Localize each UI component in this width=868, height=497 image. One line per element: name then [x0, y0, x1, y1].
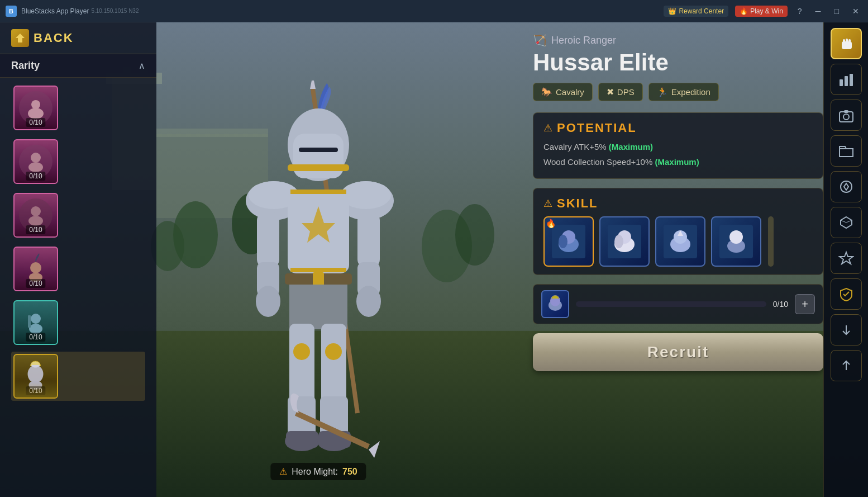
svg-rect-77 — [843, 39, 845, 44]
svg-point-14 — [31, 100, 40, 109]
svg-point-23 — [29, 324, 42, 334]
hero-character-area: ⚠ Hero Might: 750 — [156, 22, 480, 497]
svg-rect-80 — [840, 79, 843, 86]
hero-list: 0/10 0/10 0/10 — [0, 78, 156, 406]
potential-section: ⚠ POTENTIAL Cavalry ATK+5% (Maximum) Woo… — [533, 112, 823, 179]
list-item[interactable]: 0/10 — [11, 137, 145, 186]
expedition-icon: 🏃 — [657, 87, 668, 97]
back-icon — [11, 29, 29, 47]
svg-rect-51 — [321, 324, 346, 408]
skill-scroll — [768, 216, 774, 267]
svg-marker-28 — [310, 81, 316, 89]
svg-rect-81 — [845, 76, 848, 86]
reward-center-btn[interactable]: 👑 Reward Center — [664, 6, 728, 17]
skill-header: ⚠ SKILL — [543, 196, 813, 211]
add-button[interactable]: + — [795, 294, 815, 314]
progress-hero-icon — [541, 290, 569, 318]
rarity-filter[interactable]: Rarity ∧ — [0, 54, 156, 78]
tag-dps: ✖ DPS — [598, 83, 643, 101]
app-logo: B — [6, 6, 17, 17]
fire-marker-icon: 🔥 — [546, 219, 556, 228]
rarity-chevron-icon: ∧ — [139, 60, 145, 71]
sidebar-icon-knot[interactable] — [831, 171, 862, 202]
close-button[interactable]: ✕ — [849, 6, 862, 17]
svg-point-18 — [31, 206, 41, 216]
cavalry-icon: 🐎 — [541, 87, 552, 97]
sidebar-icon-camera[interactable] — [831, 100, 862, 131]
skill-icon-1[interactable]: 🔥 — [543, 216, 594, 267]
play-win-btn[interactable]: 🔥 Play & Win — [735, 6, 788, 17]
app-version: 5.10.150.1015 N32 — [91, 8, 139, 14]
svg-rect-48 — [289, 285, 347, 329]
hero-count: 0/10 — [26, 118, 45, 127]
svg-rect-32 — [288, 164, 349, 171]
class-icon: 🏹 — [533, 34, 547, 47]
potential-status-2: (Maximum) — [655, 157, 699, 167]
svg-point-73 — [729, 230, 743, 244]
list-item[interactable]: 0/10 — [11, 298, 145, 347]
back-label: BACK — [34, 31, 74, 45]
svg-rect-44 — [357, 212, 380, 268]
hero-count: 0/10 — [26, 333, 45, 342]
svg-rect-42 — [257, 212, 279, 268]
list-item[interactable]: 0/10 — [11, 244, 145, 294]
svg-rect-56 — [286, 431, 318, 448]
sidebar-icon-gem[interactable] — [831, 207, 862, 238]
main-area: ⚠ Hero Might: 750 🏹 Heroic Ranger Hussar… — [156, 22, 823, 497]
info-panel: 🏹 Heroic Ranger Hussar Elite 🐎 Cavalry ✖… — [533, 34, 823, 486]
tag-cavalry: 🐎 Cavalry — [533, 83, 593, 101]
potential-header: ⚠ POTENTIAL — [543, 121, 813, 135]
list-item[interactable]: 0/10 — [11, 191, 145, 240]
hero-count: 0/10 — [26, 172, 45, 181]
sidebar-icon-chart[interactable] — [831, 64, 862, 95]
svg-rect-78 — [846, 39, 848, 44]
svg-rect-85 — [844, 110, 848, 113]
help-button[interactable]: ? — [794, 6, 805, 17]
tag-expedition-label: Expedition — [671, 87, 710, 97]
skill-icons-row: 🔥 — [543, 216, 813, 267]
skill-icon-4[interactable] — [711, 216, 761, 267]
hero-portrait: 0/10 — [13, 139, 58, 184]
recruit-button[interactable]: Recruit — [533, 333, 823, 371]
svg-point-84 — [843, 114, 849, 120]
skill-icon-2[interactable] — [599, 216, 650, 267]
skill-icon: ⚠ — [543, 197, 552, 210]
sidebar-icon-folder[interactable] — [831, 135, 862, 167]
game-area: BACK Rarity ∧ 0/10 — [0, 22, 868, 497]
potential-row-1: Cavalry ATK+5% (Maximum) — [543, 141, 813, 154]
sidebar-icon-arrow-down[interactable] — [831, 314, 862, 345]
svg-rect-82 — [850, 74, 853, 86]
back-button[interactable]: BACK — [0, 22, 156, 54]
tag-expedition: 🏃 Expedition — [648, 83, 719, 101]
svg-rect-39 — [290, 268, 346, 272]
svg-point-53 — [293, 343, 310, 360]
svg-rect-38 — [290, 190, 346, 194]
hero-count: 0/10 — [26, 279, 45, 288]
svg-point-19 — [28, 216, 43, 226]
list-item[interactable]: 0/10 — [11, 83, 145, 132]
svg-point-16 — [31, 153, 41, 163]
tags-row: 🐎 Cavalry ✖ DPS 🏃 Expedition — [533, 83, 823, 101]
maximize-button[interactable]: □ — [831, 6, 842, 17]
skill-title: SKILL — [557, 196, 598, 211]
sidebar-icon-arrow-up[interactable] — [831, 350, 862, 381]
svg-point-46 — [256, 286, 280, 317]
svg-rect-41 — [313, 272, 324, 286]
hero-count: 0/10 — [26, 225, 45, 234]
hero-name: Hussar Elite — [533, 49, 823, 76]
svg-point-15 — [28, 108, 44, 119]
list-item[interactable]: 0/10 — [11, 352, 145, 401]
sidebar-icon-shield[interactable] — [831, 278, 862, 310]
skill-icon-3[interactable] — [655, 216, 705, 267]
svg-rect-30 — [293, 134, 344, 178]
svg-rect-79 — [848, 39, 851, 44]
svg-point-25 — [28, 365, 44, 383]
svg-rect-83 — [840, 112, 853, 122]
title-bar-controls: 👑 Reward Center 🔥 Play & Win ? ─ □ ✕ — [664, 6, 862, 17]
svg-rect-24 — [28, 315, 31, 328]
svg-point-63 — [559, 235, 567, 248]
minimize-button[interactable]: ─ — [812, 6, 824, 17]
sidebar-icon-star[interactable] — [831, 243, 862, 274]
svg-point-54 — [325, 343, 342, 360]
sidebar-icon-fist[interactable] — [831, 28, 862, 59]
